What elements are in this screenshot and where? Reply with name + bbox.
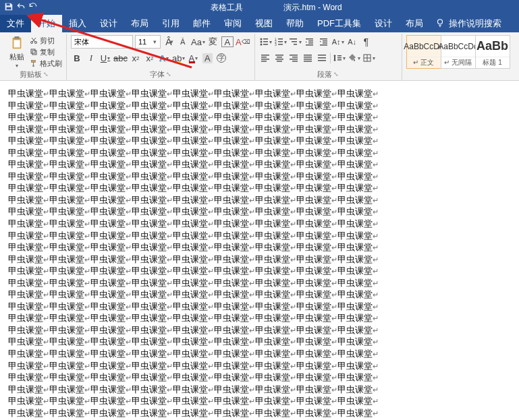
undo-icon[interactable] [16,2,26,13]
tab-table-design[interactable]: 设计 [368,15,399,32]
show-marks-button[interactable]: ¶ [360,35,373,49]
phonetic-guide-button[interactable]: 変 [207,35,219,49]
text-line[interactable]: 甲虫课堂↵甲虫课堂↵甲虫课堂↵甲虫课堂↵甲虫课堂↵甲虫课堂↵甲虫课堂↵甲虫课堂↵… [8,277,511,289]
clear-formatting-button[interactable]: A⌫ [236,35,250,49]
sort-button[interactable]: A↓ [346,35,358,49]
text-line[interactable]: 甲虫课堂↵甲虫课堂↵甲虫课堂↵甲虫课堂↵甲虫课堂↵甲虫课堂↵甲虫课堂↵甲虫课堂↵… [8,384,511,396]
strikethrough-button[interactable]: abc [113,51,128,65]
text-line[interactable]: 甲虫课堂↵甲虫课堂↵甲虫课堂↵甲虫课堂↵甲虫课堂↵甲虫课堂↵甲虫课堂↵甲虫课堂↵… [8,371,511,384]
increase-indent-button[interactable] [318,35,330,49]
svg-text:3: 3 [275,42,277,47]
svg-rect-37 [261,61,267,62]
text-line[interactable]: 甲虫课堂↵甲虫课堂↵甲虫课堂↵甲虫课堂↵甲虫课堂↵甲虫课堂↵甲虫课堂↵甲虫课堂↵… [8,360,511,372]
align-justify-button[interactable] [302,51,314,65]
tell-me-search[interactable]: 操作说明搜索 [435,15,501,32]
align-distribute-button[interactable] [316,51,328,65]
text-line[interactable]: 甲虫课堂↵甲虫课堂↵甲虫课堂↵甲虫课堂↵甲虫课堂↵甲虫课堂↵甲虫课堂↵甲虫课堂↵… [8,206,511,218]
font-family-combo[interactable]: ▾ [71,35,133,49]
enclose-char-button[interactable]: 字 [215,51,227,65]
text-line[interactable]: 甲虫课堂↵甲虫课堂↵甲虫课堂↵甲虫课堂↵甲虫课堂↵甲虫课堂↵甲虫课堂↵甲虫课堂↵… [8,336,511,348]
text-line[interactable]: 甲虫课堂↵甲虫课堂↵甲虫课堂↵甲虫课堂↵甲虫课堂↵甲虫课堂↵甲虫课堂↵甲虫课堂↵… [8,265,511,277]
text-line[interactable]: 甲虫课堂↵甲虫课堂↵甲虫课堂↵甲虫课堂↵甲虫课堂↵甲虫课堂↵甲虫课堂↵甲虫课堂↵… [8,158,511,171]
text-line[interactable]: 甲虫课堂↵甲虫课堂↵甲虫课堂↵甲虫课堂↵甲虫课堂↵甲虫课堂↵甲虫课堂↵甲虫课堂↵… [8,123,511,136]
redo-icon[interactable] [28,2,38,13]
tab-home[interactable]: 开始 [31,15,62,32]
bullets-button[interactable]: ▾ [259,35,272,49]
chevron-down-icon: ▾ [16,63,18,69]
copy-button[interactable]: 复制 [30,47,62,57]
style-preview: AaBbCcDc [404,36,443,57]
tab-help[interactable]: 帮助 [279,15,310,32]
text-line[interactable]: 甲虫课堂↵甲虫课堂↵甲虫课堂↵甲虫课堂↵甲虫课堂↵甲虫课堂↵甲虫课堂↵甲虫课堂↵… [8,312,511,324]
tab-mailings[interactable]: 邮件 [186,15,217,32]
subscript-button[interactable]: x2 [130,51,142,65]
text-line[interactable]: 甲虫课堂↵甲虫课堂↵甲虫课堂↵甲虫课堂↵甲虫课堂↵甲虫课堂↵甲虫课堂↵甲虫课堂↵… [8,194,511,206]
decrease-indent-button[interactable] [304,35,316,49]
text-line[interactable]: 甲虫课堂↵甲虫课堂↵甲虫课堂↵甲虫课堂↵甲虫课堂↵甲虫课堂↵甲虫课堂↵甲虫课堂↵… [8,111,511,123]
font-color-button[interactable]: A▾ [187,51,199,65]
format-painter-button[interactable]: 格式刷 [30,58,62,69]
align-right-button[interactable] [288,51,300,65]
text-line[interactable]: 甲虫课堂↵甲虫课堂↵甲虫课堂↵甲虫课堂↵甲虫课堂↵甲虫课堂↵甲虫课堂↵甲虫课堂↵… [8,88,511,100]
multilevel-list-button[interactable]: ▾ [289,35,302,49]
superscript-button[interactable]: x2 [144,51,156,65]
shrink-font-button[interactable]: Ǎ [177,35,189,49]
text-line[interactable]: 甲虫课堂↵甲虫课堂↵甲虫课堂↵甲虫课堂↵甲虫课堂↵甲虫课堂↵甲虫课堂↵甲虫课堂↵… [8,348,511,360]
highlight-button[interactable]: ab▾ [172,51,185,65]
tab-view[interactable]: 视图 [248,15,279,32]
align-left-button[interactable] [259,51,271,65]
asian-layout-button[interactable]: A↕▾ [332,35,344,49]
style-no-spacing[interactable]: AaBbCcDc ↵ 无间隔 [441,35,476,69]
text-line[interactable]: 甲虫课堂↵甲虫课堂↵甲虫课堂↵甲虫课堂↵甲虫课堂↵甲虫课堂↵甲虫课堂↵甲虫课堂↵… [8,171,511,183]
text-line[interactable]: 甲虫课堂↵甲虫课堂↵甲虫课堂↵甲虫课堂↵甲虫课堂↵甲虫课堂↵甲虫课堂↵甲虫课堂↵… [8,182,511,194]
grow-font-button[interactable]: Â [163,35,175,49]
save-icon[interactable] [4,2,13,13]
text-line[interactable]: 甲虫课堂↵甲虫课堂↵甲虫课堂↵甲虫课堂↵甲虫课堂↵甲虫课堂↵甲虫课堂↵甲虫课堂↵… [8,230,511,242]
tab-table-layout[interactable]: 布局 [399,15,430,32]
italic-button[interactable]: I [85,51,97,65]
document-area[interactable]: 甲虫课堂↵甲虫课堂↵甲虫课堂↵甲虫课堂↵甲虫课堂↵甲虫课堂↵甲虫课堂↵甲虫课堂↵… [0,81,519,420]
text-line[interactable]: 甲虫课堂↵甲虫课堂↵甲虫课堂↵甲虫课堂↵甲虫课堂↵甲虫课堂↵甲虫课堂↵甲虫课堂↵… [8,241,511,253]
svg-point-15 [260,44,262,46]
char-shading-button[interactable]: A [201,51,213,65]
text-line[interactable]: 甲虫课堂↵甲虫课堂↵甲虫课堂↵甲虫课堂↵甲虫课堂↵甲虫课堂↵甲虫课堂↵甲虫课堂↵… [8,324,511,336]
tab-references[interactable]: 引用 [155,15,186,32]
text-line[interactable]: 甲虫课堂↵甲虫课堂↵甲虫课堂↵甲虫课堂↵甲虫课堂↵甲虫课堂↵甲虫课堂↵甲虫课堂↵… [8,135,511,147]
numbering-button[interactable]: 123▾ [274,35,287,49]
dialog-launcher-icon[interactable]: ⤡ [43,71,49,78]
dialog-launcher-icon[interactable]: ⤡ [333,71,339,78]
cut-button[interactable]: 剪切 [30,35,62,46]
font-size-input[interactable] [136,38,151,46]
text-line[interactable]: 甲虫课堂↵甲虫课堂↵甲虫课堂↵甲虫课堂↵甲虫课堂↵甲虫课堂↵甲虫课堂↵甲虫课堂↵… [8,218,511,230]
font-size-combo[interactable]: ▾ [135,35,161,49]
text-line[interactable]: 甲虫课堂↵甲虫课堂↵甲虫课堂↵甲虫课堂↵甲虫课堂↵甲虫课堂↵甲虫课堂↵甲虫课堂↵… [8,289,511,301]
chevron-down-icon[interactable]: ▾ [151,38,159,45]
style-normal[interactable]: AaBbCcDc ↵ 正文 [406,35,441,69]
underline-button[interactable]: U▾ [99,51,111,65]
text-line[interactable]: 甲虫课堂↵甲虫课堂↵甲虫课堂↵甲虫课堂↵甲虫课堂↵甲虫课堂↵甲虫课堂↵甲虫课堂↵… [8,395,511,407]
text-line[interactable]: 甲虫课堂↵甲虫课堂↵甲虫课堂↵甲虫课堂↵甲虫课堂↵甲虫课堂↵甲虫课堂↵甲虫课堂↵… [8,100,511,112]
svg-rect-8 [32,51,36,55]
borders-button[interactable]: ▾ [362,51,375,65]
tab-layout[interactable]: 布局 [124,15,155,32]
change-case-button[interactable]: Aa▾ [191,35,205,49]
text-line[interactable]: 甲虫课堂↵甲虫课堂↵甲虫课堂↵甲虫课堂↵甲虫课堂↵甲虫课堂↵甲虫课堂↵甲虫课堂↵… [8,301,511,313]
text-line[interactable]: 甲虫课堂↵甲虫课堂↵甲虫课堂↵甲虫课堂↵甲虫课堂↵甲虫课堂↵甲虫课堂↵甲虫课堂↵… [8,147,511,159]
dialog-launcher-icon[interactable]: ⤡ [166,71,171,78]
tab-design[interactable]: 设计 [93,15,124,32]
char-border-button[interactable]: A [221,36,234,47]
text-line[interactable]: 甲虫课堂↵甲虫课堂↵甲虫课堂↵甲虫课堂↵甲虫课堂↵甲虫课堂↵甲虫课堂↵甲虫课堂↵… [8,407,511,419]
style-heading1[interactable]: AaBb 标题 1 [475,35,510,69]
tab-review[interactable]: 审阅 [217,15,248,32]
tab-file[interactable]: 文件 [0,15,31,32]
tab-insert[interactable]: 插入 [62,15,93,32]
text-line[interactable]: 甲虫课堂↵甲虫课堂↵甲虫课堂↵甲虫课堂↵甲虫课堂↵甲虫课堂↵甲虫课堂↵甲虫课堂↵… [8,253,511,266]
text-effects-button[interactable]: A▾ [158,51,170,65]
paste-button[interactable]: 粘贴 ▾ [5,35,28,69]
svg-rect-18 [278,38,283,40]
shading-button[interactable]: ▾ [348,51,360,65]
bold-button[interactable]: B [71,51,83,65]
align-center-button[interactable] [273,51,285,65]
line-spacing-button[interactable]: ▾ [333,51,346,65]
tab-pdf[interactable]: PDF工具集 [310,15,368,32]
